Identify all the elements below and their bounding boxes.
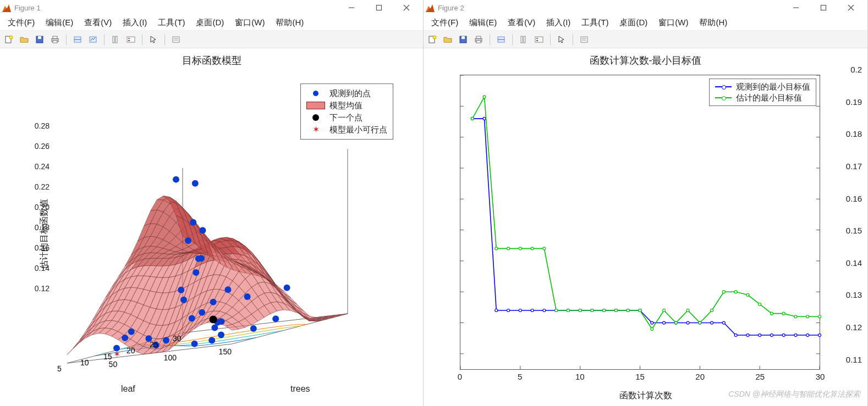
svg-point-28 [193, 269, 199, 276]
legend-label: 模型最小可行点 [329, 125, 387, 135]
legend-estimated-min: 估计的最小目标值 [715, 92, 810, 103]
menu-edit[interactable]: 编辑(E) [41, 16, 78, 29]
menu-help[interactable]: 帮助(H) [271, 16, 308, 29]
svg-point-115 [519, 309, 521, 312]
new-figure-icon[interactable] [426, 33, 439, 46]
menu-edit[interactable]: 编辑(E) [465, 16, 501, 29]
svg-point-25 [199, 227, 206, 233]
svg-point-127 [663, 321, 666, 324]
svg-point-149 [567, 309, 569, 312]
svg-point-156 [651, 327, 653, 330]
close-button[interactable] [394, 0, 419, 15]
close-button[interactable] [839, 0, 863, 15]
colorbar-icon[interactable] [517, 33, 530, 46]
svg-point-113 [495, 309, 498, 312]
maximize-button[interactable] [811, 0, 836, 15]
minimize-button[interactable] [339, 0, 364, 15]
svg-point-142 [483, 96, 486, 98]
menu-view[interactable]: 查看(V) [503, 16, 540, 29]
maximize-button[interactable] [367, 0, 391, 15]
link-icon[interactable] [86, 33, 100, 46]
svg-point-155 [639, 309, 641, 312]
svg-rect-7 [38, 36, 41, 39]
pointer-icon[interactable] [147, 33, 160, 46]
menu-window[interactable]: 窗口(W) [230, 16, 269, 29]
svg-rect-81 [581, 37, 587, 42]
svg-point-33 [210, 299, 217, 305]
svg-rect-16 [127, 37, 135, 42]
svg-rect-15 [116, 36, 117, 43]
legend-icon[interactable] [532, 33, 546, 46]
svg-point-5 [9, 36, 13, 39]
svg-point-147 [543, 247, 546, 250]
svg-point-35 [199, 309, 205, 316]
open-icon[interactable] [441, 33, 454, 46]
menu-window[interactable]: 窗口(W) [654, 16, 693, 29]
svg-point-31 [244, 293, 251, 300]
chart1-legend[interactable]: 观测到的点 模型均值 下一个点 ✶ 模型最小可行点 [300, 84, 393, 140]
toolbar-1 [0, 31, 423, 48]
print-icon[interactable] [472, 33, 485, 46]
edit-plot-icon[interactable] [169, 33, 183, 46]
svg-text:100: 100 [164, 353, 177, 362]
menu-insert[interactable]: 插入(I) [542, 16, 575, 29]
svg-rect-78 [535, 37, 543, 42]
svg-point-170 [818, 315, 821, 318]
legend-observed-min: 观测到的最小目标值 [715, 81, 810, 92]
svg-point-144 [507, 247, 510, 250]
pointer-icon[interactable] [555, 33, 568, 46]
menu-desktop[interactable]: 桌面(D) [191, 16, 228, 29]
menubar-2: 文件(F) 编辑(E) 查看(V) 插入(I) 工具(T) 桌面(D) 窗口(W… [424, 15, 867, 31]
axes-3d-container: 目标函数模型 估计的目标函数值 0.280.260.240.220.200.18… [0, 48, 423, 406]
save-icon[interactable] [457, 33, 470, 46]
svg-rect-72 [476, 36, 481, 38]
svg-point-143 [495, 247, 498, 250]
svg-point-163 [734, 291, 737, 293]
print-icon[interactable] [48, 33, 62, 46]
svg-point-145 [519, 247, 521, 250]
svg-point-167 [782, 312, 785, 315]
save-icon[interactable] [33, 33, 46, 46]
svg-point-116 [531, 309, 534, 312]
datacursor-icon[interactable] [495, 33, 508, 46]
axes-2d[interactable]: 观测到的最小目标值 估计的最小目标值 [460, 75, 820, 370]
red-patch-icon [306, 102, 325, 109]
axes-3d[interactable]: 估计的目标函数值 0.280.260.240.220.200.180.160.1… [11, 73, 412, 395]
chart2-legend[interactable]: 观测到的最小目标值 估计的最小目标值 [709, 79, 816, 106]
menu-insert[interactable]: 插入(I) [118, 16, 151, 29]
minimize-button[interactable] [784, 0, 808, 15]
svg-point-140 [818, 334, 821, 337]
svg-point-50 [272, 315, 279, 322]
svg-point-114 [507, 309, 510, 312]
legend-model-mean: 模型均值 [306, 99, 387, 112]
menu-file[interactable]: 文件(F) [3, 16, 39, 29]
svg-rect-77 [524, 36, 525, 43]
open-icon[interactable] [18, 33, 31, 46]
svg-point-49 [250, 325, 257, 332]
menubar-1: 文件(F) 编辑(E) 查看(V) 插入(I) 工具(T) 桌面(D) 窗口(W… [0, 15, 423, 31]
new-figure-icon[interactable] [2, 33, 15, 46]
blue-dot-icon [306, 90, 325, 97]
svg-point-146 [531, 247, 534, 250]
legend-icon[interactable] [124, 33, 138, 46]
svg-rect-79 [536, 38, 538, 39]
svg-point-29 [195, 255, 202, 262]
svg-text:✶: ✶ [113, 349, 120, 359]
red-star-icon: ✶ [306, 126, 325, 134]
svg-text:50: 50 [109, 360, 118, 369]
menu-tools[interactable]: 工具(T) [153, 16, 189, 29]
menu-file[interactable]: 文件(F) [427, 16, 463, 29]
menu-help[interactable]: 帮助(H) [695, 16, 732, 29]
datacursor-icon[interactable] [71, 33, 84, 46]
menu-view[interactable]: 查看(V) [80, 16, 116, 29]
chart2-yticks: 0.110.120.130.140.150.160.170.180.190.2 [823, 69, 862, 375]
colorbar-icon[interactable] [109, 33, 122, 46]
svg-rect-1 [377, 5, 382, 10]
menu-desktop[interactable]: 桌面(D) [615, 16, 652, 29]
svg-point-168 [794, 315, 797, 318]
svg-rect-80 [536, 40, 538, 41]
menu-tools[interactable]: 工具(T) [577, 16, 613, 29]
chart1-xlabel: leaf [121, 384, 135, 394]
edit-plot-icon[interactable] [578, 33, 591, 46]
svg-rect-18 [128, 40, 130, 41]
